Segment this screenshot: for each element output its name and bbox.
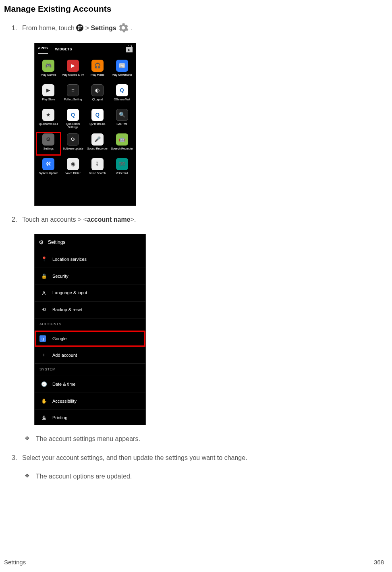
app-icon: ◐ [91, 84, 104, 96]
row-icon: A [39, 289, 48, 297]
row-label: Backup & reset [52, 306, 83, 313]
app-icon: 📰 [116, 60, 128, 72]
settings-row-language-input[interactable]: ALanguage & input [35, 285, 145, 302]
row-label: Security [52, 273, 68, 280]
app-label: Play Newsstand [112, 73, 132, 80]
settings-section: SYSTEM [35, 363, 145, 376]
row-label: Location services [52, 256, 87, 263]
step-2-pre: Touch an accounts > < [22, 216, 87, 223]
app-label: SAETest [116, 123, 127, 129]
app-icon: Q [116, 84, 128, 96]
app-software-update[interactable]: ⟳Software update [61, 132, 85, 155]
app-voice-dialer[interactable]: ◉Voice Dialer [61, 157, 85, 180]
app-icon: 🎧 [91, 60, 104, 72]
gear-header-icon: ⚙ [39, 238, 44, 247]
app-label: Voice Search [89, 172, 106, 179]
app-icon: ➿ [116, 158, 128, 170]
settings-row-printing[interactable]: 🖶Printing [35, 410, 145, 426]
app-settings[interactable]: ⚙Settings [36, 132, 61, 155]
step-1-text-pre: From home, touch [22, 25, 76, 31]
app-polling-setting[interactable]: ≡Polling Setting [61, 83, 85, 106]
app-label: Qualcomm DLT [39, 123, 58, 129]
settings-row-accessibility[interactable]: ✋Accessibility [35, 393, 145, 410]
app-saetest[interactable]: 🔍SAETest [110, 108, 134, 131]
play-store-bag-icon[interactable] [126, 47, 133, 52]
app-play-newsstand[interactable]: 📰Play Newsstand [110, 58, 134, 81]
app-voice-search[interactable]: 🎙Voice Search [85, 157, 110, 180]
row-label: Printing [52, 414, 67, 421]
settings-row-add-account[interactable]: +Add account [35, 347, 145, 364]
app-qvtester-04[interactable]: QQVTester-04 [85, 108, 110, 131]
row-label: Add account [52, 352, 77, 359]
app-label: Play Music [91, 73, 104, 80]
app-system-update[interactable]: 🛠System Update [36, 157, 61, 180]
app-play-store[interactable]: ▶Play Store [36, 83, 61, 106]
settings-gear-icon [118, 23, 129, 33]
app-qsensortest[interactable]: QQSensorTest [110, 83, 134, 106]
app-voicemail[interactable]: ➿Voicemail [110, 157, 134, 180]
page-footer: Settings 368 [4, 559, 384, 566]
app-play-movies-tv[interactable]: ▶Play Movies & TV [61, 58, 85, 81]
footer-section: Settings [4, 559, 26, 566]
app-icon: ⚙ [42, 133, 54, 146]
settings-row-backup-reset[interactable]: ⟲Backup & reset [35, 301, 145, 318]
page-title: Manage Existing Accounts [4, 4, 384, 14]
bullet-1: The account settings menu appears. [36, 434, 384, 444]
app-play-games[interactable]: 🎮Play Games [36, 58, 61, 81]
row-icon: 🕘 [39, 381, 48, 388]
google-icon: g [39, 335, 46, 342]
app-qualcomm-dlt[interactable]: ★Qualcomm DLT [36, 108, 61, 131]
app-icon: 🔍 [116, 109, 128, 121]
row-icon: 🖶 [39, 414, 48, 422]
settings-screenshot: ⚙ Settings 📍Location services🔒SecurityAL… [34, 234, 146, 425]
app-icon: ★ [42, 109, 54, 121]
tab-apps[interactable]: APPS [38, 46, 48, 54]
step-1-post: . [129, 25, 132, 31]
app-icon: ◉ [67, 158, 79, 170]
app-label: QSensorTest [114, 98, 130, 105]
app-label: Play Store [42, 98, 55, 105]
bullet-2: The account options are updated. [36, 472, 384, 482]
app-icon: ▶ [42, 84, 54, 96]
apps-screenshot: APPS WIDGETS 🎮Play Games▶Play Movies & T… [34, 43, 136, 206]
step-2-post: >. [131, 216, 136, 223]
settings-row-security[interactable]: 🔒Security [35, 268, 145, 285]
app-label: Voice Dialer [65, 172, 80, 179]
settings-header: ⚙ Settings [35, 234, 145, 251]
row-icon: ⟲ [39, 306, 48, 314]
app-label: QVTester-04 [89, 123, 105, 129]
app-play-music[interactable]: 🎧Play Music [85, 58, 110, 81]
row-icon: ✋ [39, 397, 48, 405]
settings-row-date-time[interactable]: 🕘Date & time [35, 376, 145, 393]
app-icon: 🎙 [91, 158, 104, 170]
app-label: Voicemail [116, 172, 128, 179]
settings-row-google[interactable]: gGoogle [35, 331, 145, 347]
app-label: QLogcat [92, 98, 103, 105]
page-number: 368 [374, 559, 384, 566]
app-sound-recorder[interactable]: 🎤Sound Recorder [85, 132, 110, 155]
app-qlogcat[interactable]: ◐QLogcat [85, 83, 110, 106]
app-qualcomm-settings[interactable]: QQualcomm Settings [61, 108, 85, 131]
step-1: From home, touch > Settings . APPS WIDGE… [22, 23, 384, 206]
app-icon: Q [91, 109, 104, 121]
app-speech-recorder[interactable]: 🤖Speech Recorder [110, 132, 134, 155]
tab-widgets[interactable]: WIDGETS [55, 47, 72, 52]
app-icon: ≡ [67, 84, 79, 96]
step-3: Select your account settings, and then u… [22, 453, 384, 482]
app-icon: ▶ [67, 60, 79, 72]
step-3-text: Select your account settings, and then u… [22, 454, 247, 461]
row-label: Google [52, 335, 66, 342]
app-label: System Update [39, 172, 58, 179]
row-label: Language & input [52, 289, 87, 296]
apps-circle-icon [76, 24, 83, 31]
settings-row-location-services[interactable]: 📍Location services [35, 251, 145, 268]
app-icon: Q [67, 109, 79, 121]
app-label: Play Movies & TV [62, 73, 84, 80]
row-label: Accessibility [52, 398, 77, 405]
step-1-mid: > [83, 25, 91, 31]
app-label: Qualcomm Settings [62, 123, 85, 129]
app-label: Sound Recorder [87, 147, 108, 154]
settings-section: ACCOUNTS [35, 318, 145, 331]
app-icon: 🛠 [42, 158, 54, 170]
app-label: Polling Setting [64, 98, 82, 105]
